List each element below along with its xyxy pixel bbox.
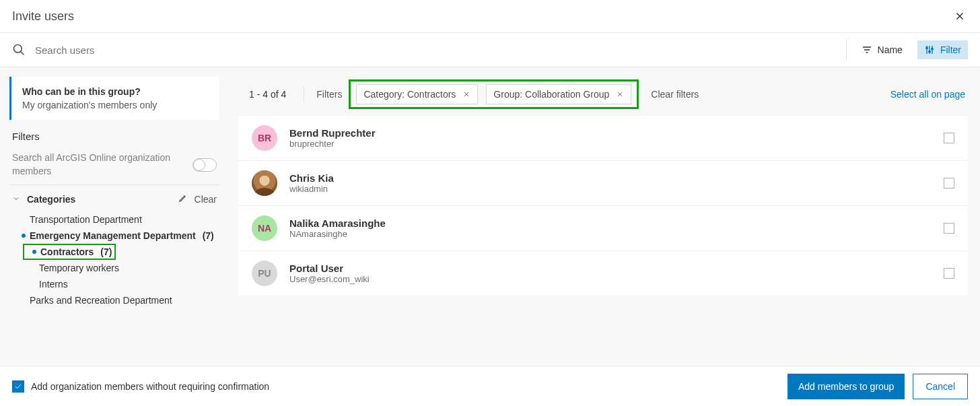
category-item[interactable]: Contractors (7) (23, 244, 116, 260)
category-label: Transportation Department (30, 214, 142, 225)
dialog-title: Invite users (12, 9, 74, 24)
close-icon (954, 10, 966, 22)
filter-chip[interactable]: Category: Contractors (356, 84, 478, 104)
svg-point-1 (926, 47, 928, 49)
info-question: Who can be in this group? (22, 86, 209, 97)
selected-dot-icon (32, 250, 36, 254)
search-input[interactable] (35, 44, 846, 56)
category-item[interactable]: Interns (22, 276, 219, 292)
chip-remove-icon[interactable] (462, 90, 470, 98)
filters-heading: Filters (9, 120, 219, 149)
category-item[interactable]: Emergency Management Department (7) (22, 228, 219, 244)
user-username: wikiadmin (289, 184, 334, 194)
avatar: BR (252, 125, 277, 151)
cancel-button[interactable]: Cancel (913, 374, 968, 399)
category-label: Emergency Management Department (30, 230, 196, 241)
category-item[interactable]: Transportation Department (22, 211, 219, 228)
category-item[interactable]: Temporary workers (22, 260, 219, 276)
user-checkbox[interactable] (944, 133, 954, 143)
category-label: Contractors (40, 246, 94, 257)
category-label: Temporary workers (39, 263, 119, 273)
check-icon (14, 382, 22, 391)
avatar: NA (252, 215, 277, 241)
select-all-button[interactable]: Select all on page (890, 89, 965, 100)
sort-name-button[interactable]: Name (855, 40, 909, 59)
user-name: Chris Kia (289, 172, 334, 184)
edit-categories-button[interactable] (178, 193, 188, 205)
category-label: Interns (39, 279, 68, 290)
sidebar: Who can be in this group? My organizatio… (0, 67, 229, 366)
filter-label: Filter (940, 44, 961, 55)
header-divider (304, 87, 304, 102)
user-username: bruprechter (289, 139, 376, 149)
filter-button[interactable]: Filter (917, 40, 968, 59)
svg-point-3 (932, 48, 934, 50)
chip-label: Category: Contractors (363, 89, 456, 100)
toolbar-divider (846, 40, 847, 60)
user-checkbox[interactable] (944, 268, 954, 279)
avatar (252, 170, 277, 196)
svg-point-0 (14, 45, 22, 53)
chip-remove-icon[interactable] (616, 90, 624, 98)
chevron-down-icon[interactable] (12, 194, 20, 205)
category-count: (7) (100, 246, 112, 257)
categories-title: Categories (27, 194, 172, 205)
user-username: User@esri.com_wiki (289, 274, 370, 284)
user-username: NAmarasinghe (289, 229, 386, 239)
category-item[interactable]: Parks and Recreation Department (22, 292, 219, 308)
filters-label: Filters (316, 89, 342, 100)
main-content: 1 - 4 of 4 Filters Category: Contractors… (229, 67, 980, 366)
info-answer: My organization's members only (22, 100, 209, 110)
user-row[interactable]: Chris Kiawikiadmin (238, 161, 968, 206)
close-button[interactable] (952, 8, 968, 24)
user-name: Bernd Ruprechter (289, 127, 376, 139)
user-row[interactable]: BRBernd Ruprechterbruprechter (238, 116, 968, 161)
chip-label: Group: Collaboration Group (493, 89, 609, 100)
avatar: PU (252, 261, 277, 286)
search-icon (12, 43, 26, 57)
user-name: Portal User (289, 263, 370, 274)
add-without-confirmation-checkbox[interactable]: Add organization members without requiri… (12, 380, 269, 393)
category-label: Parks and Recreation Department (30, 295, 172, 306)
svg-point-2 (929, 50, 931, 53)
category-count: (7) (203, 230, 214, 241)
result-range: 1 - 4 of 4 (249, 89, 286, 100)
sort-icon (862, 44, 872, 55)
active-filter-chips-highlight: Category: ContractorsGroup: Collaboratio… (349, 79, 639, 109)
clear-filters-button[interactable]: Clear filters (651, 89, 699, 100)
selected-dot-icon (22, 234, 26, 238)
info-card: Who can be in this group? My organizatio… (9, 77, 219, 120)
toggle-label: Search all ArcGIS Online organization me… (12, 151, 174, 178)
add-members-button[interactable]: Add members to group (788, 374, 905, 399)
org-search-toggle[interactable] (193, 158, 217, 172)
user-checkbox[interactable] (944, 223, 954, 234)
user-name: Nalika Amarasinghe (289, 217, 386, 229)
sort-label: Name (878, 44, 903, 55)
clear-categories-button[interactable]: Clear (195, 194, 217, 205)
user-row[interactable]: PUPortal UserUser@esri.com_wiki (238, 251, 968, 296)
checkbox-label: Add organization members without requiri… (31, 381, 269, 392)
filter-icon (924, 44, 935, 55)
user-row[interactable]: NANalika AmarasingheNAmarasinghe (238, 206, 968, 251)
user-checkbox[interactable] (944, 178, 954, 189)
filter-chip[interactable]: Group: Collaboration Group (486, 84, 631, 104)
